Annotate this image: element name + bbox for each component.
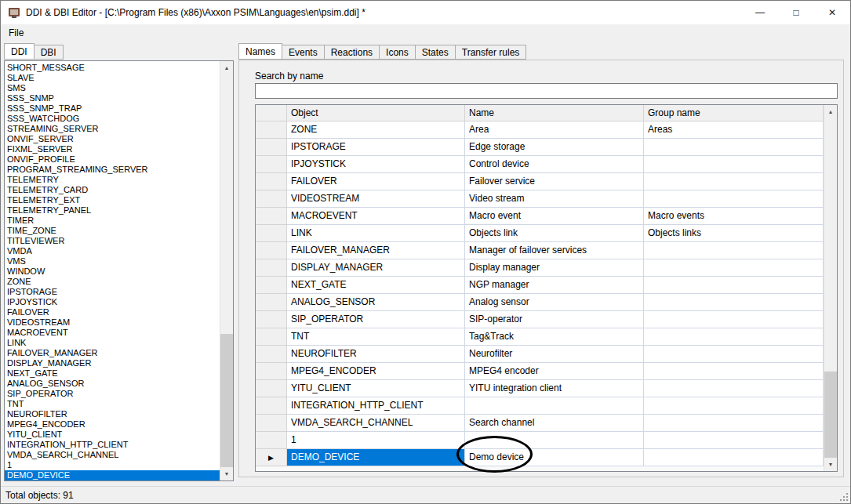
row-header-cell[interactable] [256, 432, 287, 449]
grid-cell-name[interactable]: Neurofilter [465, 346, 644, 363]
grid-cell-name[interactable]: Manager of failover services [465, 242, 644, 259]
grid-cell-name[interactable]: MPEG4 encoder [465, 363, 644, 380]
grid-cell-group_name[interactable] [644, 380, 824, 397]
row-header-cell[interactable] [256, 277, 287, 294]
row-header-cell[interactable] [256, 294, 287, 311]
grid-cell-name[interactable]: Display manager [465, 259, 644, 277]
grid-cell-group_name[interactable] [644, 242, 824, 259]
maximize-button[interactable]: □ [778, 1, 814, 24]
row-header-cell[interactable] [256, 328, 287, 346]
grid-cell-group_name[interactable] [644, 346, 824, 363]
row-header-cell[interactable] [256, 156, 287, 173]
row-header-cell[interactable] [256, 346, 287, 363]
grid-cell-group_name[interactable] [644, 311, 824, 328]
grid-cell-object[interactable]: MPEG4_ENCODER [287, 363, 465, 380]
grid-cell-name[interactable] [465, 432, 644, 449]
row-header-cell[interactable] [256, 121, 287, 139]
grid-cell-object[interactable]: ZONE [287, 121, 465, 139]
grid-cell-object[interactable]: FAILOVER_MANAGER [287, 242, 465, 259]
list-item[interactable]: TNT [5, 399, 220, 409]
row-header-cell[interactable] [256, 397, 287, 415]
row-header-cell[interactable] [256, 139, 287, 156]
grid-cell-name[interactable]: SIP-operator [465, 311, 644, 328]
list-item[interactable]: INTEGRATION_HTTP_CLIENT [5, 440, 220, 450]
list-item[interactable]: VMDA_SEARCH_CHANNEL [5, 450, 220, 460]
list-item[interactable]: TELEMETRY_CARD [5, 185, 220, 195]
row-header-cell[interactable] [256, 363, 287, 380]
grid-cell-name[interactable]: Analog sensor [465, 294, 644, 311]
tab-reactions[interactable]: Reactions [324, 45, 380, 60]
minimize-button[interactable]: — [742, 1, 778, 24]
row-header-cell[interactable] [256, 415, 287, 432]
list-scrollbar[interactable]: ▲ ▼ [220, 61, 233, 480]
grid-cell-object[interactable]: FAILOVER [287, 173, 465, 190]
resize-grip-icon[interactable] [838, 491, 849, 502]
grid-cell-group_name[interactable]: Areas [644, 121, 824, 139]
list-item[interactable]: FAILOVER [5, 307, 220, 317]
list-item[interactable]: SSS_SNMP [5, 93, 220, 103]
grid-cell-name[interactable]: Macro event [465, 208, 644, 225]
scroll-down-icon[interactable]: ▼ [220, 467, 233, 480]
grid-cell-name[interactable]: NGP manager [465, 277, 644, 294]
list-item[interactable]: SIP_OPERATOR [5, 389, 220, 399]
grid-cell-object[interactable]: NEUROFILTER [287, 346, 465, 363]
grid-cell-group_name[interactable] [644, 156, 824, 173]
row-header-cell[interactable] [256, 208, 287, 225]
list-scrollbar-thumb[interactable] [220, 334, 233, 467]
list-item[interactable]: WINDOW [5, 267, 220, 277]
list-item[interactable]: SHORT_MESSAGE [5, 63, 220, 73]
list-item[interactable]: 1 [5, 460, 220, 470]
list-item[interactable]: SMS [5, 83, 220, 93]
row-header-cell[interactable] [256, 380, 287, 397]
grid-cell-object[interactable]: TNT [287, 328, 465, 346]
grid-cell-object[interactable]: VMDA_SEARCH_CHANNEL [287, 415, 465, 432]
list-item[interactable]: TIMER [5, 216, 220, 226]
list-item[interactable]: DISPLAY_MANAGER [5, 358, 220, 368]
grid-scrollbar-thumb[interactable] [824, 372, 837, 458]
grid-cell-object[interactable]: IPJOYSTICK [287, 156, 465, 173]
list-item[interactable]: LINK [5, 338, 220, 348]
grid-cell-object[interactable]: ANALOG_SENSOR [287, 294, 465, 311]
grid-cell-name[interactable]: Objects link [465, 225, 644, 242]
grid-column-header[interactable]: Object [287, 105, 465, 121]
list-item[interactable]: SSS_SNMP_TRAP [5, 103, 220, 114]
grid-scrollbar[interactable]: ▲ ▼ [824, 105, 837, 471]
grid-cell-name[interactable]: Demo device [465, 449, 644, 466]
list-item[interactable]: VMDA [5, 246, 220, 256]
tab-transfer-rules[interactable]: Transfer rules [455, 45, 527, 60]
list-item[interactable]: STREAMING_SERVER [5, 124, 220, 134]
list-item[interactable]: PROGRAM_STREAMING_SERVER [5, 165, 220, 175]
tab-states[interactable]: States [415, 45, 456, 60]
grid-cell-group_name[interactable] [644, 139, 824, 156]
list-item[interactable]: VMS [5, 256, 220, 267]
list-item[interactable]: TITLEVIEWER [5, 236, 220, 246]
scroll-up-icon[interactable]: ▲ [824, 105, 837, 118]
grid-cell-group_name[interactable] [644, 328, 824, 346]
row-header-cell[interactable] [256, 242, 287, 259]
list-item[interactable]: MPEG4_ENCODER [5, 419, 220, 430]
grid-cell-name[interactable] [465, 397, 644, 415]
list-item[interactable]: NEXT_GATE [5, 368, 220, 379]
tab-names[interactable]: Names [238, 43, 282, 60]
grid-cell-object[interactable]: DISPLAY_MANAGER [287, 259, 465, 277]
grid-column-header[interactable]: Group name [644, 105, 824, 121]
grid-cell-group_name[interactable] [644, 449, 824, 466]
list-item[interactable]: ONVIF_SERVER [5, 134, 220, 144]
tab-icons[interactable]: Icons [379, 45, 416, 60]
grid-cell-group_name[interactable] [644, 173, 824, 190]
list-item[interactable]: MACROEVENT [5, 328, 220, 338]
grid-cell-object[interactable]: YITU_CLIENT [287, 380, 465, 397]
list-item[interactable]: YITU_CLIENT [5, 430, 220, 440]
grid-cell-name[interactable]: Control device [465, 156, 644, 173]
grid-cell-group_name[interactable] [644, 415, 824, 432]
grid-cell-name[interactable]: Tag&Track [465, 328, 644, 346]
close-button[interactable]: ✕ [814, 1, 850, 24]
grid-cell-object[interactable]: 1 [287, 432, 465, 449]
menu-item-file[interactable]: File [2, 24, 30, 42]
list-item[interactable]: IPJOYSTICK [5, 297, 220, 307]
grid-cell-name[interactable]: Area [465, 121, 644, 139]
list-item[interactable]: SLAVE [5, 73, 220, 83]
grid-cell-group_name[interactable] [644, 397, 824, 415]
grid-cell-group_name[interactable]: Macro events [644, 208, 824, 225]
grid-cell-object[interactable]: NEXT_GATE [287, 277, 465, 294]
